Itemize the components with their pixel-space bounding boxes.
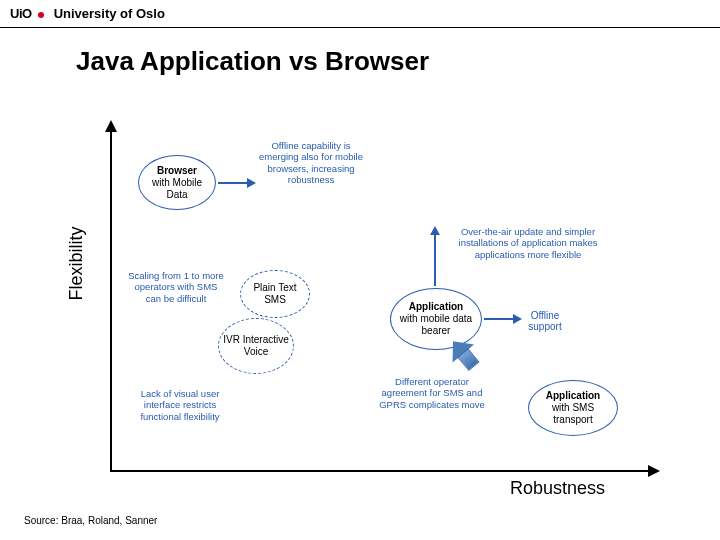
note-scaling-sms: Scaling from 1 to more operators with SM… xyxy=(126,270,226,304)
note-operator-diff: Different operator agreement for SMS and… xyxy=(378,376,486,410)
bubble-app-sms: Applicationwith SMS transport xyxy=(528,380,618,436)
arrow-app-up-icon xyxy=(434,234,436,286)
bubble-app-sms-text: with SMS transport xyxy=(552,402,594,425)
x-axis xyxy=(110,470,650,472)
note-offline-support: Offline support xyxy=(520,310,570,332)
bubble-browser-text: with Mobile Data xyxy=(152,177,202,200)
bubble-ivr: IVR Interactive Voice xyxy=(218,318,294,374)
bubble-plain-sms-text: Plain Text SMS xyxy=(245,282,305,306)
bubble-app-sms-bold: Application xyxy=(533,390,613,402)
note-ivr-limit: Lack of visual user interface restricts … xyxy=(128,388,232,422)
bubble-browser: Browserwith Mobile Data xyxy=(138,155,216,210)
arrow-browser-right-icon xyxy=(218,182,248,184)
bubble-app-mobile-bold: Application xyxy=(395,301,477,313)
x-axis-label: Robustness xyxy=(510,478,605,499)
logo-full: University of Oslo xyxy=(54,6,165,21)
y-axis xyxy=(110,130,112,470)
arrow-app-right-icon xyxy=(484,318,514,320)
bubble-ivr-text: IVR Interactive Voice xyxy=(223,334,289,358)
logo-abbrev: UiO xyxy=(10,6,32,21)
bubble-browser-bold: Browser xyxy=(143,165,211,177)
bubble-plain-sms: Plain Text SMS xyxy=(240,270,310,318)
logo-dot-icon xyxy=(36,6,46,21)
logo: UiO University of Oslo xyxy=(10,6,165,21)
y-axis-label: Flexibility xyxy=(66,226,87,300)
note-offline-browser: Offline capability is emerging also for … xyxy=(256,140,366,186)
source-citation: Source: Braa, Roland, Sanner xyxy=(24,515,157,526)
flexibility-robustness-chart: Flexibility Robustness Browserwith Mobil… xyxy=(110,130,680,500)
header: UiO University of Oslo xyxy=(0,0,720,28)
note-ota-update: Over-the-air update and simpler installa… xyxy=(458,226,598,260)
page-title: Java Application vs Browser xyxy=(76,46,720,77)
